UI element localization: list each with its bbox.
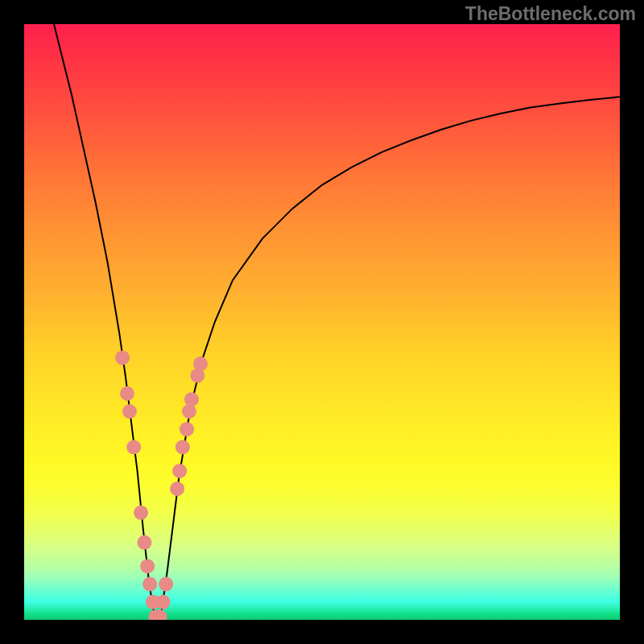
highlight-dot (122, 404, 137, 419)
highlight-dot (115, 350, 130, 365)
highlight-dot (142, 577, 157, 592)
highlight-dot (193, 357, 208, 371)
highlight-dot (126, 440, 141, 454)
highlight-dot (175, 440, 190, 454)
highlight-dot (137, 535, 151, 550)
watermark-text: TheBottleneck.com (465, 3, 636, 25)
highlight-dot (184, 392, 199, 407)
highlight-dot (172, 464, 187, 478)
dots-svg (24, 24, 620, 620)
highlight-dot (134, 506, 148, 520)
highlight-dot (140, 559, 155, 573)
highlight-dot (120, 386, 134, 401)
highlight-dot (180, 422, 194, 436)
highlight-dot (155, 595, 170, 609)
highlight-dot (170, 481, 184, 496)
chart-plot-area (24, 24, 620, 620)
highlight-dot (159, 577, 173, 592)
highlighted-dots-group (115, 350, 208, 620)
highlight-dot (182, 404, 196, 419)
